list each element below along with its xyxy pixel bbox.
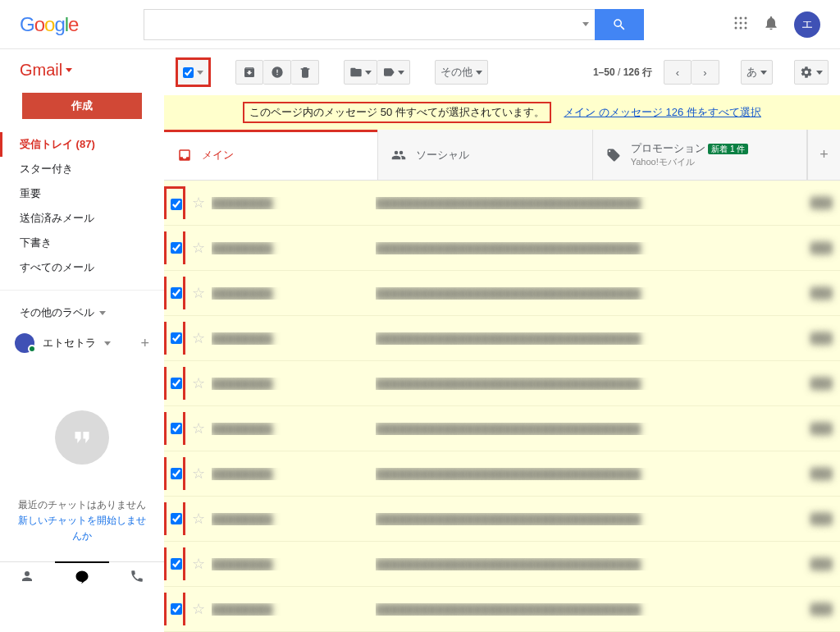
table-row[interactable]: ☆███████████████████████████████████████… [164,271,840,316]
sender: ████████ [212,513,376,525]
archive-button[interactable] [235,60,263,85]
chevron-down-icon [99,311,106,315]
tab-primary[interactable]: メイン [164,130,378,180]
message-list: ☆███████████████████████████████████████… [164,181,840,632]
spam-button[interactable] [263,60,291,85]
input-method-button[interactable]: あ [741,60,773,85]
chevron-down-icon [760,71,767,75]
gear-icon [800,66,813,79]
gmail-dropdown-icon [66,68,72,72]
phone-tab-icon[interactable] [109,562,164,591]
tag-icon [606,148,621,163]
tab-add[interactable]: + [807,130,840,180]
table-row[interactable]: ☆███████████████████████████████████████… [164,406,840,451]
presence-avatar[interactable] [15,333,34,353]
sidebar-item-inbox[interactable]: 受信トレイ (87) [0,132,164,157]
toolbar: その他 1–50 / 126 行 ‹ › あ [164,49,840,95]
sidebar-item-starred[interactable]: スター付き [0,157,164,181]
table-row[interactable]: ☆███████████████████████████████████████… [164,497,840,542]
search-icon [612,17,627,32]
star-icon[interactable]: ☆ [192,419,205,437]
tab-promotions[interactable]: プロモーション 新着 1 件 Yahoo!モバイル [593,130,807,180]
table-row[interactable]: ☆███████████████████████████████████████… [164,226,840,271]
subject: ███████████████████████████████████ [376,378,791,390]
label-button[interactable] [377,60,410,85]
table-row[interactable]: ☆███████████████████████████████████████… [164,181,840,226]
search-button[interactable] [595,9,644,40]
table-row[interactable]: ☆███████████████████████████████████████… [164,361,840,406]
prev-page-button[interactable]: ‹ [664,60,692,85]
row-checkbox[interactable] [171,378,182,389]
google-logo[interactable]: Google [20,13,78,36]
svg-point-5 [745,22,747,25]
star-icon[interactable]: ☆ [192,374,205,392]
subject: ███████████████████████████████████ [376,423,791,435]
delete-button[interactable] [291,60,319,85]
svg-point-0 [735,17,737,20]
row-checkbox[interactable] [171,603,182,615]
gmail-label[interactable]: Gmail [0,61,164,80]
svg-point-8 [745,27,747,30]
notifications-icon[interactable] [763,15,779,34]
next-page-button[interactable]: › [692,60,719,85]
banner-select-all-link[interactable]: メイン のメッセージ 126 件をすべて選択 [564,106,761,118]
add-contact-button[interactable]: + [140,335,149,352]
row-checkbox[interactable] [171,199,182,210]
search-input[interactable] [144,9,577,40]
tab-social[interactable]: ソーシャル [378,130,592,180]
star-icon[interactable]: ☆ [192,284,205,302]
chevron-down-icon[interactable] [104,341,111,346]
profile-row: エトセトラ + [0,325,164,361]
chevron-down-icon [197,71,203,75]
sender: ████████ [212,468,376,480]
sidebar-item-allmail[interactable]: すべてのメール [0,255,164,280]
sidebar-item-important[interactable]: 重要 [0,181,164,206]
row-checkbox[interactable] [171,513,182,524]
star-icon[interactable]: ☆ [192,555,205,573]
header: Google エ [0,0,840,49]
star-icon[interactable]: ☆ [192,465,205,483]
row-checkbox[interactable] [171,287,182,299]
moveto-button[interactable] [344,60,377,85]
star-icon[interactable]: ☆ [192,194,205,212]
hangouts-tab-icon[interactable] [55,561,110,591]
search-dropdown[interactable] [577,9,595,40]
table-row[interactable]: ☆███████████████████████████████████████… [164,451,840,497]
avatar[interactable]: エ [794,11,820,38]
compose-button[interactable]: 作成 [22,93,142,119]
contacts-tab-icon[interactable] [0,562,55,591]
row-checkbox[interactable] [171,332,182,344]
star-icon[interactable]: ☆ [192,600,205,618]
more-button[interactable]: その他 [435,60,488,85]
svg-point-1 [740,17,742,20]
table-row[interactable]: ☆███████████████████████████████████████… [164,542,840,587]
subject: ███████████████████████████████████ [376,197,791,209]
table-row[interactable]: ☆███████████████████████████████████████… [164,587,840,632]
row-checkbox-highlight [164,231,185,264]
row-checkbox[interactable] [171,558,182,570]
select-all-checkbox[interactable] [178,60,208,85]
sender: ████████ [212,332,376,345]
date: ███ [791,603,832,615]
hangouts-start-link[interactable]: 新しいチャットを開始しませんか [16,513,148,544]
row-checkbox[interactable] [171,242,182,254]
hangouts-icon [55,410,109,465]
table-row[interactable]: ☆███████████████████████████████████████… [164,316,840,361]
star-icon[interactable]: ☆ [192,329,205,347]
date: ███ [791,558,832,570]
sidebar-more-labels[interactable]: その他のラベル [0,300,164,325]
star-icon[interactable]: ☆ [192,510,205,528]
row-checkbox[interactable] [171,423,182,434]
row-checkbox[interactable] [171,468,182,479]
promo-badge: 新着 1 件 [708,144,748,154]
svg-point-2 [745,17,747,20]
row-checkbox-highlight [164,412,185,445]
star-icon[interactable]: ☆ [192,239,205,257]
pagination-counter[interactable]: 1–50 / 126 行 [593,66,652,80]
settings-button[interactable] [794,60,829,85]
sidebar-item-drafts[interactable]: 下書き [0,231,164,255]
select-all-highlight [176,57,211,87]
apps-icon[interactable] [733,16,748,33]
sidebar-item-sent[interactable]: 送信済みメール [0,206,164,231]
svg-point-3 [735,22,737,25]
